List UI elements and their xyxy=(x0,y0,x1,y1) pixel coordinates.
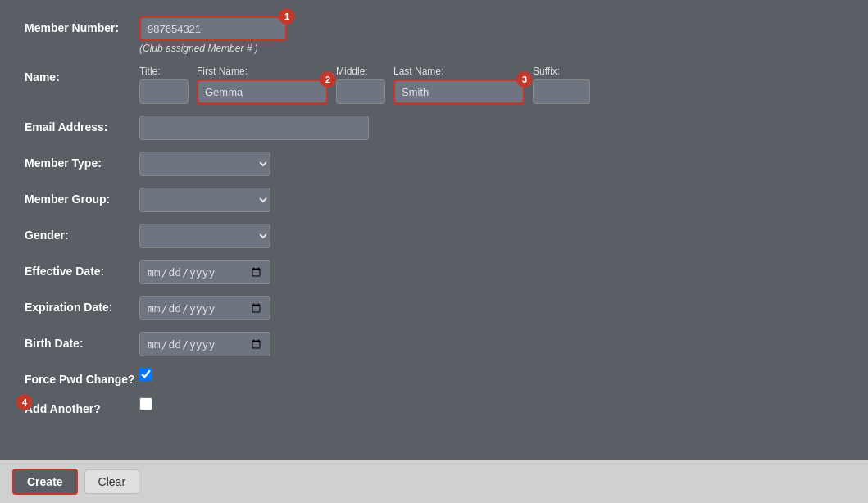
last-name-group: Last Name: 3 xyxy=(393,66,525,104)
effective-date-label: Effective Date: xyxy=(25,260,139,278)
member-number-row: Member Number: 1 (Club assigned Member #… xyxy=(25,16,843,54)
suffix-input[interactable] xyxy=(533,79,590,104)
name-fields-container: Title: First Name: 2 Middle: Last Name: xyxy=(139,66,590,104)
title-group: Title: xyxy=(139,66,189,104)
member-type-row: Member Type: xyxy=(25,152,843,176)
last-name-label: Last Name: xyxy=(393,66,525,77)
name-row: Name: Title: First Name: 2 Middle: xyxy=(25,66,843,104)
first-name-label: First Name: xyxy=(197,66,328,77)
email-label: Email Address: xyxy=(25,116,139,134)
first-name-group: First Name: 2 xyxy=(197,66,328,104)
first-name-input[interactable] xyxy=(197,79,328,104)
add-another-label-wrapper: Add Another? 4 xyxy=(25,402,101,415)
expiration-date-row: Expiration Date: xyxy=(25,296,843,320)
suffix-label: Suffix: xyxy=(533,66,590,77)
member-group-label: Member Group: xyxy=(25,188,139,206)
member-number-label: Member Number: xyxy=(25,16,139,34)
email-input[interactable] xyxy=(139,116,369,140)
form-content: Member Number: 1 (Club assigned Member #… xyxy=(0,0,868,460)
effective-date-row: Effective Date: xyxy=(25,260,843,284)
member-group-row: Member Group: xyxy=(25,188,843,212)
member-number-badge-wrapper: 1 xyxy=(139,16,287,41)
email-row: Email Address: xyxy=(25,116,843,140)
last-name-input[interactable] xyxy=(393,79,525,104)
member-number-input[interactable] xyxy=(139,16,287,41)
gender-select[interactable] xyxy=(139,224,270,248)
clear-button[interactable]: Clear xyxy=(84,469,139,494)
name-label: Name: xyxy=(25,66,139,84)
create-button[interactable]: Create xyxy=(12,469,78,495)
birth-date-row: Birth Date: xyxy=(25,332,843,356)
middle-input[interactable] xyxy=(336,79,385,104)
middle-label: Middle: xyxy=(336,66,385,77)
title-label: Title: xyxy=(139,66,189,77)
member-group-select[interactable] xyxy=(139,188,270,212)
member-type-label: Member Type: xyxy=(25,152,139,170)
step-badge-2: 2 xyxy=(320,71,336,88)
expiration-date-label: Expiration Date: xyxy=(25,296,139,314)
step-badge-1: 1 xyxy=(279,8,295,25)
last-name-badge-wrapper: 3 xyxy=(393,79,525,104)
member-type-select[interactable] xyxy=(139,152,270,176)
suffix-group: Suffix: xyxy=(533,66,590,104)
add-another-label: Add Another? 4 xyxy=(25,397,139,415)
step-badge-4: 4 xyxy=(16,394,33,410)
birth-date-input[interactable] xyxy=(139,332,270,356)
add-another-checkbox[interactable] xyxy=(139,397,152,410)
first-name-badge-wrapper: 2 xyxy=(197,79,328,104)
gender-row: Gender: xyxy=(25,224,843,248)
title-input[interactable] xyxy=(139,79,189,104)
force-pwd-label: Force Pwd Change? xyxy=(25,368,139,386)
add-another-row: Add Another? 4 xyxy=(25,397,843,415)
force-pwd-row: Force Pwd Change? xyxy=(25,368,843,386)
force-pwd-checkbox[interactable] xyxy=(139,368,152,381)
expiration-date-input[interactable] xyxy=(139,296,270,320)
middle-group: Middle: xyxy=(336,66,385,104)
member-number-block: 1 (Club assigned Member # ) xyxy=(139,16,287,54)
gender-label: Gender: xyxy=(25,224,139,242)
member-number-sublabel: (Club assigned Member # ) xyxy=(139,43,287,54)
birth-date-label: Birth Date: xyxy=(25,332,139,350)
effective-date-input[interactable] xyxy=(139,260,270,284)
footer: Create Clear xyxy=(0,460,868,503)
step-badge-3: 3 xyxy=(516,71,533,88)
